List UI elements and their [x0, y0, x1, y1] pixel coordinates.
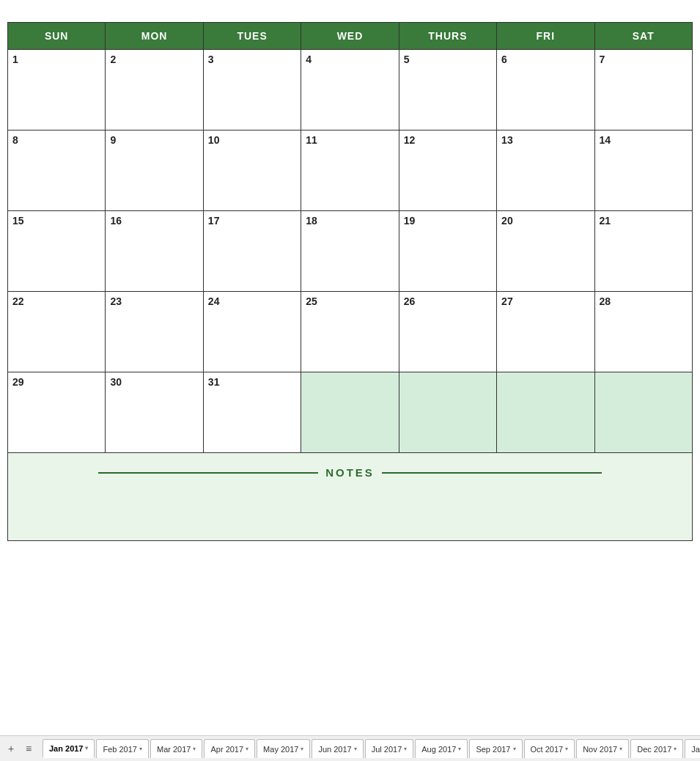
calendar-cell[interactable]: 27: [497, 292, 594, 372]
add-sheet-icon[interactable]: +: [4, 742, 18, 755]
calendar-cell[interactable]: 9: [106, 130, 203, 211]
calendar-cell[interactable]: 10: [203, 130, 301, 211]
week-row-4: 22232425262728: [8, 292, 693, 372]
sheet-tab-apr-2017[interactable]: Apr 2017▾: [204, 739, 255, 758]
tab-bar-icons: + ≡: [4, 742, 35, 755]
calendar-cell[interactable]: 20: [497, 211, 594, 292]
notes-text: NOTES: [325, 466, 375, 479]
calendar-cell[interactable]: 2: [106, 50, 203, 130]
notes-line-left: [98, 472, 318, 474]
sheet-tab-mar-2017[interactable]: Mar 2017▾: [150, 739, 202, 758]
header-row: SUNMONTUESWEDTHURSFRISAT: [8, 23, 693, 50]
calendar-cell[interactable]: 8: [8, 130, 106, 211]
notes-cell[interactable]: NOTES: [8, 453, 693, 541]
sheet-tab-nov-2017[interactable]: Nov 2017▾: [576, 739, 629, 758]
tab-dropdown-arrow[interactable]: ▾: [193, 746, 196, 752]
week-row-5: 293031: [8, 372, 693, 453]
sheet-tab-oct-2017[interactable]: Oct 2017▾: [524, 739, 575, 758]
calendar-cell[interactable]: 12: [399, 130, 496, 211]
calendar-cell[interactable]: 18: [301, 211, 399, 292]
calendar-cell[interactable]: 24: [203, 292, 301, 372]
notes-section: NOTES: [15, 466, 685, 479]
tab-label: Nov 2017: [583, 745, 617, 754]
sheet-tab-may-2017[interactable]: May 2017▾: [257, 739, 310, 758]
calendar-cell[interactable]: 15: [8, 211, 106, 292]
calendar-cell[interactable]: 19: [399, 211, 496, 292]
week-row-3: 15161718192021: [8, 211, 693, 292]
calendar-cell[interactable]: 17: [203, 211, 301, 292]
calendar-cell[interactable]: 25: [301, 292, 399, 372]
sheets-menu-icon[interactable]: ≡: [22, 742, 35, 755]
tab-bar[interactable]: + ≡ Jan 2017▾Feb 2017▾Mar 2017▾Apr 2017▾…: [0, 735, 700, 761]
day-header-mon: MON: [106, 23, 203, 50]
tab-label: Mar 2017: [157, 745, 191, 754]
calendar-cell[interactable]: [497, 372, 594, 453]
tab-dropdown-arrow[interactable]: ▾: [619, 746, 622, 752]
calendar-cell[interactable]: 31: [203, 372, 301, 453]
tab-dropdown-arrow[interactable]: ▾: [674, 746, 677, 752]
tab-label: Jul 2017: [372, 745, 402, 754]
tab-label: May 2017: [263, 745, 298, 754]
tab-list: Jan 2017▾Feb 2017▾Mar 2017▾Apr 2017▾May …: [43, 739, 700, 758]
notes-label: NOTES: [15, 466, 685, 479]
day-header-fri: FRI: [497, 23, 594, 50]
calendar-cell[interactable]: 30: [106, 372, 203, 453]
calendar-cell[interactable]: 4: [301, 50, 399, 130]
day-header-sun: SUN: [8, 23, 106, 50]
day-header-sat: SAT: [594, 23, 692, 50]
calendar-cell[interactable]: 13: [497, 130, 594, 211]
tab-dropdown-arrow[interactable]: ▾: [404, 746, 407, 752]
calendar-cell[interactable]: [594, 372, 692, 453]
sheet-tab-jan-2018[interactable]: Jan 2018▾: [685, 739, 700, 758]
notes-row: NOTES: [8, 453, 693, 541]
calendar-cell[interactable]: 6: [497, 50, 594, 130]
calendar-cell[interactable]: 3: [203, 50, 301, 130]
tab-dropdown-arrow[interactable]: ▾: [354, 746, 357, 752]
tab-dropdown-arrow[interactable]: ▾: [246, 746, 248, 752]
tab-label: Apr 2017: [210, 745, 243, 754]
calendar-grid: SUNMONTUESWEDTHURSFRISAT 123456789101112…: [7, 22, 693, 541]
calendar-cell[interactable]: 21: [594, 211, 692, 292]
calendar-cell[interactable]: 1: [8, 50, 106, 130]
sheet-tab-aug-2017[interactable]: Aug 2017▾: [415, 739, 468, 758]
sheet-tab-jun-2017[interactable]: Jun 2017▾: [312, 739, 363, 758]
day-header-thurs: THURS: [399, 23, 496, 50]
calendar-cell[interactable]: 16: [106, 211, 203, 292]
calendar-cell[interactable]: 26: [399, 292, 496, 372]
notes-line-right: [382, 472, 602, 474]
tab-label: Oct 2017: [531, 745, 564, 754]
tab-dropdown-arrow[interactable]: ▾: [513, 746, 516, 752]
calendar-cell[interactable]: 5: [399, 50, 496, 130]
day-header-tues: TUES: [203, 23, 301, 50]
tab-dropdown-arrow[interactable]: ▾: [139, 746, 142, 752]
calendar-cell[interactable]: 28: [594, 292, 692, 372]
sheet-tab-jan-2017[interactable]: Jan 2017▾: [43, 739, 95, 758]
tab-dropdown-arrow[interactable]: ▾: [301, 746, 303, 752]
tab-label: Dec 2017: [637, 745, 671, 754]
sheet-tab-dec-2017[interactable]: Dec 2017▾: [630, 739, 683, 758]
calendar-cell[interactable]: 29: [8, 372, 106, 453]
calendar-cell[interactable]: [399, 372, 496, 453]
tab-label: Jun 2017: [318, 745, 351, 754]
tab-label: Sep 2017: [476, 745, 510, 754]
calendar-cell[interactable]: 14: [594, 130, 692, 211]
calendar-cell[interactable]: [301, 372, 399, 453]
tab-label: Feb 2017: [103, 745, 136, 754]
calendar-cell[interactable]: 22: [8, 292, 106, 372]
tab-label: Jan 2018: [691, 745, 700, 754]
calendar-cell[interactable]: 11: [301, 130, 399, 211]
tab-dropdown-arrow[interactable]: ▾: [458, 746, 461, 752]
calendar-container: SUNMONTUESWEDTHURSFRISAT 123456789101112…: [0, 0, 700, 735]
sheet-tab-feb-2017[interactable]: Feb 2017▾: [96, 739, 148, 758]
week-row-2: 891011121314: [8, 130, 693, 211]
calendar-cell[interactable]: 7: [594, 50, 692, 130]
tab-dropdown-arrow[interactable]: ▾: [85, 745, 88, 751]
sheet-tab-sep-2017[interactable]: Sep 2017▾: [469, 739, 522, 758]
week-row-1: 1234567: [8, 50, 693, 130]
tab-label: Jan 2017: [49, 744, 83, 753]
tab-dropdown-arrow[interactable]: ▾: [565, 746, 568, 752]
sheet-tab-jul-2017[interactable]: Jul 2017▾: [365, 739, 414, 758]
calendar-cell[interactable]: 23: [106, 292, 203, 372]
tab-label: Aug 2017: [421, 745, 456, 754]
day-header-wed: WED: [301, 23, 399, 50]
